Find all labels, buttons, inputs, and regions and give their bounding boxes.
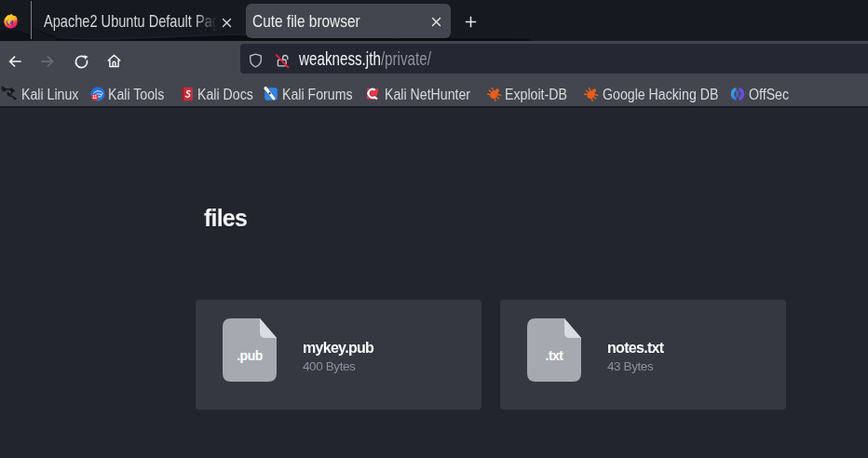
svg-text:.pub: .pub bbox=[237, 348, 263, 363]
svg-text:11: 11 bbox=[92, 95, 97, 100]
svg-text:.txt: .txt bbox=[546, 348, 564, 363]
